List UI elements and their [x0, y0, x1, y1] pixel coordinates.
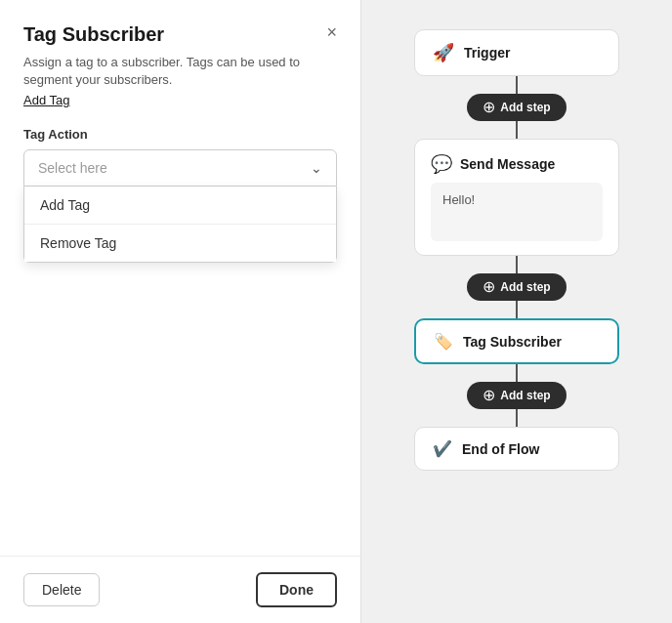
tag-action-label: Tag Action — [23, 127, 337, 142]
tag-subscriber-label: Tag Subscriber — [463, 334, 562, 350]
send-message-header: 💬 Send Message — [431, 153, 555, 175]
connector-2 — [516, 121, 518, 139]
close-button[interactable]: × — [326, 23, 337, 41]
tag-icon: 🏷️ — [434, 332, 453, 351]
trigger-label: Trigger — [464, 45, 510, 61]
plus-icon-3: ⊕ — [483, 388, 495, 403]
select-placeholder: Select here — [38, 160, 107, 176]
end-of-flow-node[interactable]: ✔️ End of Flow — [414, 427, 619, 471]
add-step-label-2: Add step — [500, 280, 550, 294]
dropdown-item-add-tag[interactable]: Add Tag — [24, 187, 336, 225]
flow-panel: 🚀 Trigger ⊕ Add step 💬 Send Message Hell… — [361, 0, 672, 623]
add-step-label-3: Add step — [500, 389, 550, 402]
add-step-button-1[interactable]: ⊕ Add step — [467, 94, 566, 121]
connector-1 — [516, 76, 518, 94]
send-message-label: Send Message — [460, 156, 555, 172]
tag-action-select-container: Select here ⌄ Add Tag Remove Tag — [23, 149, 337, 263]
add-step-button-3[interactable]: ⊕ Add step — [467, 382, 566, 409]
send-message-node[interactable]: 💬 Send Message Hello! — [414, 139, 619, 256]
dropdown-menu: Add Tag Remove Tag — [23, 187, 337, 263]
add-step-button-2[interactable]: ⊕ Add step — [467, 273, 566, 301]
tag-subscriber-node[interactable]: 🏷️ Tag Subscriber — [414, 318, 619, 364]
connector-6 — [516, 409, 518, 427]
panel-description: Assign a tag to a subscriber. Tags can b… — [23, 54, 337, 89]
tag-action-select[interactable]: Select here ⌄ — [23, 149, 337, 187]
chat-icon: 💬 — [431, 153, 452, 175]
rocket-icon: 🚀 — [433, 42, 454, 63]
connector-5 — [516, 364, 518, 382]
tag-subscriber-panel: Tag Subscriber × Assign a tag to a subsc… — [0, 0, 361, 623]
plus-icon-2: ⊕ — [483, 279, 495, 295]
connector-4 — [516, 301, 518, 318]
panel-header: Tag Subscriber × — [23, 23, 337, 46]
plus-icon-1: ⊕ — [483, 100, 495, 115]
add-tag-link[interactable]: Add Tag — [23, 93, 337, 107]
end-of-flow-label: End of Flow — [462, 441, 539, 457]
panel-footer: Delete Done — [0, 556, 360, 623]
done-button[interactable]: Done — [256, 572, 337, 607]
add-step-label-1: Add step — [500, 101, 550, 114]
chevron-down-icon: ⌄ — [311, 160, 322, 176]
trigger-node[interactable]: 🚀 Trigger — [414, 29, 619, 76]
delete-button[interactable]: Delete — [23, 573, 100, 606]
message-preview: Hello! — [431, 183, 603, 241]
panel-title: Tag Subscriber — [23, 23, 164, 46]
check-icon: ✔️ — [433, 439, 452, 458]
connector-3 — [516, 256, 518, 273]
dropdown-item-remove-tag[interactable]: Remove Tag — [24, 225, 336, 262]
